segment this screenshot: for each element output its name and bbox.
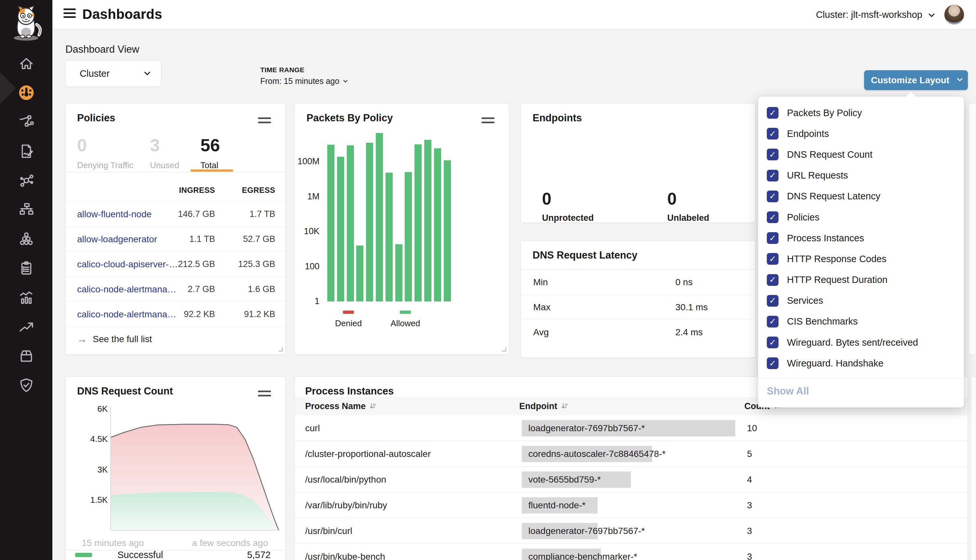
layout-option[interactable]: ✓CIS Benchmarks [758,311,964,332]
sidebar-item-service-graph[interactable] [0,107,52,137]
layout-option[interactable]: ✓URL Requests [758,165,964,186]
layout-option[interactable]: ✓DNS Request Latency [758,186,964,207]
layout-option[interactable]: ✓Endpoints [758,123,964,144]
y-tick-label: 6K [65,404,108,414]
sidebar-item-dashboards[interactable] [0,78,52,107]
dns-request-latency-card: DNS Request Latency Min0 nsMax30.1 msAvg… [521,241,756,358]
sidebar-item-network-sets[interactable] [0,166,52,195]
endpoint-chip: vote-5655bd759-* [522,472,631,488]
sidebar-item-compliance[interactable] [0,254,52,283]
sidebar-item-managed-clusters[interactable] [0,195,52,224]
user-avatar[interactable] [944,5,964,25]
latency-stat-value: 2.4 ms [676,320,703,345]
stat-denying-traffic[interactable]: 0 Denying Traffic [77,135,150,170]
drag-handle-icon[interactable] [482,117,494,126]
count-value: 10 [747,415,757,441]
show-all-button[interactable]: Show All [758,378,964,404]
egress-value: 52.7 GB [215,227,275,252]
latency-stat-label: Max [533,295,551,320]
layout-option[interactable]: ✓HTTP Response Codes [758,248,964,269]
latency-stat-value: 30.1 ms [676,295,708,320]
layout-option-label: HTTP Request Duration [787,275,888,285]
checkbox-checked-icon[interactable]: ✓ [767,337,779,348]
legend-label: Allowed [387,318,423,328]
calico-cat-logo[interactable] [8,3,43,43]
checkbox-checked-icon[interactable]: ✓ [767,107,779,119]
sidebar-item-policies[interactable] [0,137,52,166]
sidebar-item-workloads[interactable] [0,224,52,254]
endpoint-chip: coredns-autoscaler-7c88465478-* [522,446,652,462]
layout-option[interactable]: ✓Wireguard. Bytes sent/received [758,332,964,353]
chevron-down-icon [144,69,150,75]
policy-link[interactable]: allow-fluentd-node [77,202,152,227]
endpoints-card: Endpoints 0 Unprotected 0 Unlabeled [521,103,756,223]
checkbox-checked-icon[interactable]: ✓ [767,253,779,265]
checkbox-checked-icon[interactable]: ✓ [767,232,779,244]
resize-handle[interactable] [279,347,283,352]
stat-unused[interactable]: 3 Unused [150,135,200,170]
column-header-endpoint[interactable]: Endpoint [519,397,568,415]
checkbox-checked-icon[interactable]: ✓ [767,128,779,140]
checkbox-checked-icon[interactable]: ✓ [767,357,779,369]
process-name: curl [305,415,320,441]
cluster-selector[interactable]: Cluster: jlt-msft-workshop [816,10,933,20]
see-full-list-link[interactable]: →See the full list [65,327,285,352]
drag-handle-icon[interactable] [258,117,271,126]
dashboard-view-select[interactable]: Cluster [65,60,161,87]
layout-option[interactable]: ✓Packets By Policy [758,102,964,123]
layout-option[interactable]: ✓Services [758,290,964,311]
customize-layout-dropdown: ✓Packets By Policy✓Endpoints✓DNS Request… [758,97,964,407]
drag-handle-icon[interactable] [258,390,271,399]
card-title: Packets By Policy [307,112,393,124]
divider [65,172,285,172]
bar [414,144,422,302]
bar [444,160,451,302]
checkbox-checked-icon[interactable]: ✓ [767,295,779,307]
sidebar-item-trends[interactable] [0,312,52,342]
checkbox-checked-icon[interactable]: ✓ [767,190,779,202]
table-row: Min0 ns [521,270,755,295]
y-tick-label: 1 [295,296,319,306]
checkbox-checked-icon[interactable]: ✓ [767,148,779,160]
bar [395,244,402,302]
layout-option-label: DNS Request Count [787,149,873,160]
policy-link[interactable]: allow-loadgenerator [77,227,157,252]
table-row: calico-cloud-apiserver-…212.5 GB125.3 GB [65,252,285,277]
time-range-value[interactable]: From: 15 minutes ago [260,77,346,86]
endpoint-chip: loadgenerator-7697bb7567-* [522,420,735,437]
area-chart [110,407,279,531]
column-header-egress: EGRESS [215,186,275,195]
resize-handle[interactable] [502,347,506,352]
layout-option[interactable]: ✓Policies [758,207,964,228]
table-row: /usr/local/bin/pythonvote-5655bd759-*4 [295,467,968,492]
layout-option[interactable]: ✓HTTP Request Duration [758,270,964,290]
bar [385,173,393,302]
checkbox-checked-icon[interactable]: ✓ [767,274,779,286]
sidebar-item-packages[interactable] [0,342,52,371]
sidebar-item-security[interactable] [0,371,52,400]
stat-total[interactable]: 56 Total [200,135,220,170]
layout-option[interactable]: ✓Wireguard. Handshake [758,353,964,374]
sidebar-item-activity[interactable] [0,283,52,312]
sidebar-item-home[interactable] [0,49,52,78]
layout-option[interactable]: ✓Process Instances [758,228,964,248]
customize-layout-button[interactable]: Customize Layout [864,70,968,90]
sidebar [0,0,52,560]
column-header-process-name[interactable]: Process Name [305,397,377,415]
checkbox-checked-icon[interactable]: ✓ [767,316,779,327]
checkbox-checked-icon[interactable]: ✓ [767,170,779,182]
bar [376,133,383,302]
dashboard-view-title: Dashboard View [65,43,139,55]
home-icon [18,55,35,72]
table-row: calico-node-alertmana…92.2 KB91.2 KB [65,302,285,327]
policies-stats: 0 Denying Traffic 3 Unused 56 Total [77,135,220,170]
layout-option-label: Packets By Policy [787,108,862,118]
time-range-label: TIME RANGE [260,66,346,74]
layout-option[interactable]: ✓DNS Request Count [758,144,964,165]
trends-icon [18,318,35,335]
hamburger-menu-icon[interactable] [63,8,77,21]
bar [405,172,412,302]
checkbox-checked-icon[interactable]: ✓ [767,212,779,223]
packages-icon [18,348,35,365]
sort-icon [561,402,568,410]
